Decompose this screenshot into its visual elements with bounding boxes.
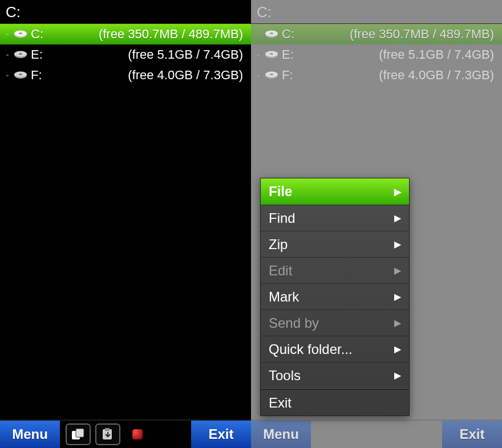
drive-letter: F: [282,68,302,83]
drive-row[interactable]: ▫ E: (free 5.1GB / 7.4GB) [251,44,502,65]
drive-free-space: (free 350.7MB / 489.7MB) [350,27,497,42]
bottom-bar: Menu Exit [251,420,502,448]
menu-item-file[interactable]: File ▶ [261,178,409,205]
drive-icon [14,70,27,80]
menu-item-find[interactable]: Find ▶ [261,205,409,231]
drive-row[interactable]: ▫ C: (free 350.7MB / 489.7MB) [251,24,502,44]
menu-item-label: Find [269,210,295,226]
path-header: C: [251,0,502,24]
expand-marker-icon: ▫ [256,52,261,58]
expand-marker-icon: ▫ [256,72,261,78]
record-icon[interactable] [125,423,150,445]
svg-point-5 [19,53,22,55]
context-menu: File ▶ Find ▶ Zip ▶ Edit ▶ Mark ▶ Send b… [260,178,410,416]
drive-row[interactable]: ▫ F: (free 4.0GB / 7.3GB) [0,65,251,85]
svg-point-15 [270,32,273,34]
exit-softkey[interactable]: Exit [442,421,502,448]
bottom-bar: Menu Exit [0,420,251,448]
menu-item-label: Exit [269,395,292,411]
drive-free-space: (free 5.1GB / 7.4GB) [128,47,246,62]
drive-list: ▫ C: (free 350.7MB / 489.7MB) ▫ E: (free… [0,24,251,420]
drive-letter: E: [282,47,302,62]
expand-marker-icon: ▫ [5,52,10,58]
menu-item-mark[interactable]: Mark ▶ [261,283,409,309]
menu-item-tools[interactable]: Tools ▶ [261,362,409,388]
drive-free-space: (free 5.1GB / 7.4GB) [379,47,497,62]
drive-icon [265,29,278,39]
submenu-arrow-icon: ▶ [394,239,401,250]
path-header: C: [0,0,251,24]
expand-marker-icon: ▫ [256,31,261,37]
menu-item-label: Zip [269,237,288,252]
expand-marker-icon: ▫ [5,72,10,78]
drive-row[interactable]: ▫ E: (free 5.1GB / 7.4GB) [0,44,251,65]
menu-item-send-by: Send by ▶ [261,309,409,336]
drive-icon [265,70,278,80]
svg-rect-10 [76,429,84,437]
submenu-arrow-icon: ▶ [394,344,401,355]
svg-point-18 [270,53,273,55]
drive-free-space: (free 350.7MB / 489.7MB) [99,27,246,42]
menu-item-label: Quick folder... [269,341,353,357]
svg-point-8 [19,74,22,75]
menu-item-label: Send by [269,315,319,331]
menu-item-quick-folder[interactable]: Quick folder... ▶ [261,336,409,362]
svg-rect-12 [105,428,110,431]
expand-marker-icon: ▫ [5,31,10,37]
submenu-arrow-icon: ▶ [394,370,401,381]
exit-softkey[interactable]: Exit [191,421,251,448]
drive-free-space: (free 4.0GB / 7.3GB) [379,68,497,83]
svg-point-2 [19,32,22,34]
submenu-arrow-icon: ▶ [394,213,401,223]
menu-item-label: Mark [269,289,299,305]
paste-icon[interactable] [95,423,120,445]
menu-item-label: File [269,184,292,199]
drive-icon [14,29,27,39]
drive-free-space: (free 4.0GB / 7.3GB) [128,68,246,83]
submenu-arrow-icon: ▶ [394,317,401,328]
drive-row[interactable]: ▫ F: (free 4.0GB / 7.3GB) [251,65,502,85]
submenu-arrow-icon: ▶ [394,265,401,276]
menu-softkey[interactable]: Menu [0,421,60,448]
menu-item-label: Edit [269,263,292,279]
drive-icon [265,50,278,60]
menu-softkey[interactable]: Menu [251,421,311,448]
menu-item-label: Tools [269,368,301,384]
menu-item-edit: Edit ▶ [261,257,409,283]
svg-point-21 [270,74,273,75]
drive-letter: E: [31,47,51,62]
drive-letter: C: [282,27,302,42]
menu-item-exit[interactable]: Exit [261,389,409,416]
drive-letter: C: [31,27,51,42]
left-pane: C: ▫ C: (free 350.7MB / 489.7MB) ▫ E: (f… [0,0,251,448]
menu-item-zip[interactable]: Zip ▶ [261,231,409,257]
drive-row[interactable]: ▫ C: (free 350.7MB / 489.7MB) [0,24,251,44]
submenu-arrow-icon: ▶ [394,291,401,302]
toolbar-icons [60,421,156,448]
drive-letter: F: [31,68,51,83]
drive-icon [14,50,27,60]
submenu-arrow-icon: ▶ [394,186,401,197]
right-pane: C: ▫ C: (free 350.7MB / 489.7MB) ▫ E: (f… [251,0,502,448]
copy-icon[interactable] [66,423,91,445]
